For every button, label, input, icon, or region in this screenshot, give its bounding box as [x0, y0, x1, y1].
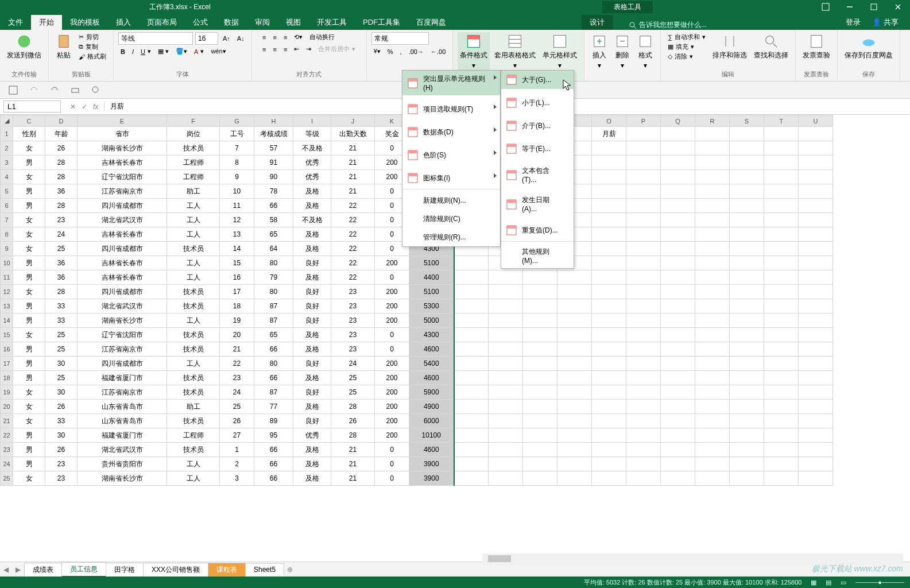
save-icon[interactable] [8, 85, 18, 95]
data-cell[interactable]: 四川省成都市 [78, 199, 167, 213]
submenu-item-3[interactable]: 等于(E)... [501, 140, 574, 158]
data-cell[interactable]: 36 [45, 256, 78, 270]
data-cell[interactable]: 辽宁省沈阳市 [78, 170, 167, 184]
data-cell[interactable]: 5300 [409, 299, 454, 314]
format-as-table-button[interactable]: 套用表格格式▾ [492, 32, 538, 71]
row-header[interactable]: 18 [1, 371, 13, 385]
data-cell[interactable]: 21 [331, 471, 375, 486]
header-cell[interactable]: 年龄 [45, 127, 78, 141]
sheet-tab[interactable]: 员工信息 [61, 562, 106, 577]
data-cell[interactable]: 山东省青岛市 [78, 400, 167, 414]
row-header[interactable]: 13 [1, 299, 13, 314]
data-cell[interactable]: 21 [331, 443, 375, 457]
data-cell[interactable]: 良好 [293, 357, 331, 371]
sheet-nav-next[interactable]: ▶ [12, 566, 24, 574]
header-cell[interactable]: 考核成绩 [254, 127, 293, 141]
data-cell[interactable]: 33 [45, 299, 78, 314]
data-cell[interactable]: 助工 [167, 400, 220, 414]
data-cell[interactable]: 工程师 [167, 170, 220, 184]
font-color-button[interactable]: A▾ [192, 47, 206, 56]
minimize-button[interactable] [838, 0, 862, 14]
data-cell[interactable]: 25 [45, 242, 78, 256]
data-cell[interactable]: 26 [45, 443, 78, 457]
data-cell[interactable]: 工人 [167, 199, 220, 213]
data-cell[interactable]: 助工 [167, 184, 220, 199]
delete-cells-button[interactable]: −删除▾ [612, 32, 633, 71]
header-cell[interactable]: 省市 [78, 127, 167, 141]
data-cell[interactable]: 200 [375, 400, 409, 414]
align-left-button[interactable]: ≡ [260, 45, 268, 53]
tab-2[interactable]: 我的模板 [62, 15, 108, 30]
data-cell[interactable]: 57 [254, 141, 293, 156]
data-cell[interactable]: 4600 [409, 371, 454, 385]
fill-color-button[interactable]: 🪣▾ [173, 47, 189, 56]
data-cell[interactable]: 女 [13, 242, 45, 256]
view-pagebreak-icon[interactable]: ▭ [841, 579, 846, 586]
data-cell[interactable]: 及格 [293, 457, 331, 471]
row-header[interactable]: 6 [1, 199, 13, 213]
data-cell[interactable]: 25 [331, 371, 375, 385]
data-cell[interactable]: 79 [254, 270, 293, 285]
zoom-slider[interactable]: ─────●───── [855, 579, 904, 586]
col-header[interactable]: P [626, 115, 661, 127]
align-middle-button[interactable]: ≡ [270, 33, 278, 41]
data-cell[interactable]: 200 [375, 371, 409, 385]
invoice-verify-button[interactable]: 发票查验 [800, 32, 832, 61]
data-cell[interactable]: 25 [45, 328, 78, 342]
col-header[interactable]: U [799, 115, 833, 127]
data-cell[interactable]: 25 [45, 371, 78, 385]
tab-design[interactable]: 设计 [582, 15, 613, 30]
data-cell[interactable]: 男 [13, 270, 45, 285]
data-cell[interactable]: 5900 [409, 385, 454, 400]
row-header[interactable]: 8 [1, 227, 13, 242]
data-cell[interactable]: 18 [220, 299, 254, 314]
tab-6[interactable]: 数据 [216, 15, 247, 30]
data-cell[interactable]: 技术员 [167, 443, 220, 457]
menu-item-top10[interactable]: 项目选取规则(T) [402, 100, 500, 118]
row-header[interactable]: 1 [1, 127, 13, 141]
data-cell[interactable]: 女 [13, 141, 45, 156]
data-cell[interactable]: 26 [220, 414, 254, 428]
data-cell[interactable]: 65 [254, 227, 293, 242]
submenu-item-5[interactable]: 发生日期(A)... [501, 192, 574, 216]
col-header[interactable]: I [293, 115, 331, 127]
row-header[interactable]: 3 [1, 156, 13, 170]
data-cell[interactable]: 男 [13, 357, 45, 371]
data-cell[interactable]: 0 [375, 270, 409, 285]
tab-1[interactable]: 开始 [31, 15, 62, 30]
data-cell[interactable]: 及格 [293, 400, 331, 414]
menu-item[interactable]: 管理规则(R)... [402, 228, 500, 246]
data-cell[interactable]: 66 [254, 471, 293, 486]
data-cell[interactable]: 及格 [293, 471, 331, 486]
data-cell[interactable]: 优秀 [293, 156, 331, 170]
data-cell[interactable]: 5100 [409, 256, 454, 270]
data-cell[interactable]: 66 [254, 457, 293, 471]
data-cell[interactable]: 22 [331, 213, 375, 227]
align-bottom-button[interactable]: ≡ [281, 33, 289, 41]
horizontal-scrollbar[interactable] [482, 554, 903, 565]
data-cell[interactable]: 5400 [409, 357, 454, 371]
data-cell[interactable]: 7 [220, 141, 254, 156]
align-center-button[interactable]: ≡ [270, 45, 278, 53]
data-cell[interactable]: 22 [331, 227, 375, 242]
col-header[interactable]: J [331, 115, 375, 127]
redo-icon[interactable] [29, 85, 39, 95]
data-cell[interactable]: 3900 [409, 471, 454, 486]
data-cell[interactable]: 及格 [293, 184, 331, 199]
sheet-tab[interactable]: 课程表 [208, 563, 246, 577]
row-header[interactable]: 12 [1, 285, 13, 299]
comma-button[interactable]: , [398, 48, 404, 56]
close-button[interactable] [886, 0, 910, 14]
tab-7[interactable]: 审阅 [247, 15, 278, 30]
header-cell[interactable]: 性别 [13, 127, 45, 141]
data-cell[interactable]: 10 [220, 184, 254, 199]
data-cell[interactable]: 技术员 [167, 385, 220, 400]
data-cell[interactable]: 95 [254, 428, 293, 443]
tab-8[interactable]: 视图 [278, 15, 309, 30]
data-cell[interactable]: 吉林省长春市 [78, 156, 167, 170]
data-cell[interactable]: 男 [13, 184, 45, 199]
data-cell[interactable]: 技术员 [167, 141, 220, 156]
row-header[interactable]: 10 [1, 256, 13, 270]
data-cell[interactable]: 福建省厦门市 [78, 371, 167, 385]
autosum-button[interactable]: ∑ 自动求和 ▾ [665, 32, 708, 42]
